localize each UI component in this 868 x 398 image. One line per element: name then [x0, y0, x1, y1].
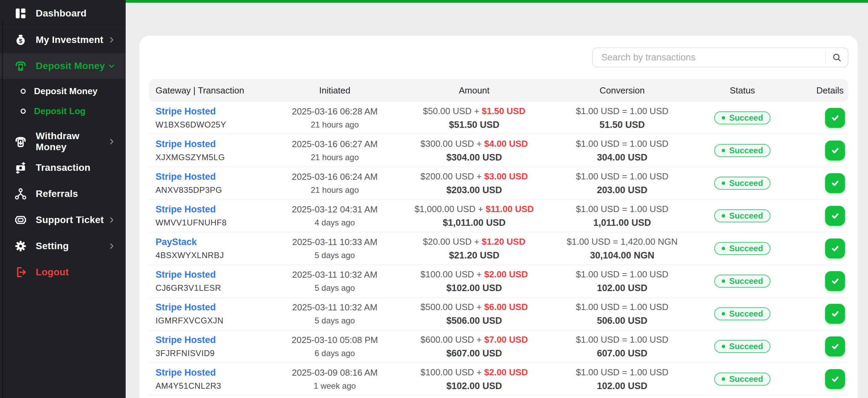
amount-fee: $3.00 USD: [484, 171, 528, 181]
check-icon: [830, 112, 841, 123]
conversion-rate: $1.00 USD = 1.00 USD: [576, 302, 669, 312]
status-label: Succeed: [729, 113, 763, 123]
sidebar-subitem-label: Deposit Money: [34, 86, 98, 97]
initiated-relative-time: 6 days ago: [315, 349, 355, 358]
sidebar-subitem-deposit-log[interactable]: Deposit Log: [0, 101, 126, 121]
sidebar: Dashboard $ My Investment Deposit Money: [0, 0, 126, 398]
conversion-total: 102.00 USD: [597, 381, 647, 391]
gateway-link[interactable]: Stripe Hosted: [156, 139, 216, 150]
sidebar-item-label: Transaction: [36, 162, 126, 173]
transaction-id: ANXV835DP3PG: [156, 185, 222, 195]
status-badge: Succeed: [714, 144, 771, 157]
amount-fee: $1.20 USD: [482, 236, 525, 247]
details-button[interactable]: [825, 271, 845, 291]
initiated-relative-time: 5 days ago: [315, 316, 355, 325]
sidebar-item-logout[interactable]: Logout: [0, 259, 126, 285]
status-badge: Succeed: [714, 177, 771, 190]
amount-line: $200.00 USD + $3.00 USD: [421, 171, 528, 182]
amount-fee: $7.00 USD: [484, 334, 528, 345]
bullet-icon: [21, 89, 26, 94]
initiated-date: 2025-03-16 06:27 AM: [292, 139, 378, 150]
table-row: PayStack 4BSXWYXLNRBJ 2025-03-11 10:33 A…: [149, 232, 848, 265]
gateway-link[interactable]: Stripe Hosted: [156, 172, 216, 182]
referrals-icon: [14, 187, 27, 201]
details-button[interactable]: [825, 141, 845, 161]
conversion-rate: $1.00 USD = 1.00 USD: [576, 139, 669, 149]
gateway-link[interactable]: Stripe Hosted: [156, 204, 216, 215]
amount-base: $100.00 USD +: [421, 269, 484, 279]
sidebar-item-referrals[interactable]: Referrals: [0, 181, 126, 207]
details-button[interactable]: [825, 336, 845, 356]
conversion-total: 51.50 USD: [599, 120, 645, 130]
chevron-right-icon: [108, 216, 115, 224]
status-dot-icon: [722, 345, 725, 348]
amount-base: $100.00 USD +: [421, 367, 484, 377]
conversion-total: 506.00 USD: [597, 316, 647, 326]
sidebar-subitem-label: Deposit Log: [34, 106, 85, 117]
sidebar-item-deposit-money[interactable]: Deposit Money: [0, 53, 126, 79]
amount-base: $20.00 USD +: [423, 236, 482, 247]
initiated-date: 2025-03-11 10:32 AM: [292, 269, 377, 280]
status-dot-icon: [722, 377, 725, 381]
chevron-right-icon: [108, 242, 115, 250]
sidebar-item-withdraw-money[interactable]: Withdraw Money: [0, 129, 126, 155]
conversion-rate: $1.00 USD = 1.00 USD: [576, 269, 669, 280]
column-header-status: Status: [704, 85, 781, 96]
gateway-link[interactable]: Stripe Hosted: [156, 106, 216, 117]
status-label: Succeed: [729, 276, 763, 286]
sidebar-item-my-investment[interactable]: $ My Investment: [0, 27, 126, 53]
table-row: Stripe Hosted 3FJRFNISVID9 2025-03-10 05…: [149, 330, 848, 363]
table-row: Stripe Hosted WMVV1UFNUHF8 2025-03-12 04…: [149, 200, 848, 232]
table-header: Gateway | Transaction Initiated Amount C…: [149, 79, 848, 102]
amount-line: $100.00 USD + $2.00 USD: [421, 269, 528, 280]
column-header-gateway: Gateway | Transaction: [149, 85, 262, 96]
details-button[interactable]: [825, 173, 845, 193]
sidebar-item-transaction[interactable]: Transaction: [0, 155, 126, 181]
sidebar-item-label: Support Ticket: [36, 214, 108, 225]
gateway-link[interactable]: Stripe Hosted: [156, 367, 216, 378]
column-header-details: Details: [781, 85, 848, 96]
status-label: Succeed: [729, 342, 763, 351]
search-icon: [832, 52, 842, 63]
sidebar-item-support-ticket[interactable]: Support Ticket: [0, 207, 126, 233]
amount-total: $203.00 USD: [446, 185, 502, 196]
check-icon: [830, 210, 841, 221]
status-badge: Succeed: [714, 307, 771, 320]
details-button[interactable]: [825, 239, 845, 258]
amount-total: $607.00 USD: [446, 348, 502, 359]
transaction-id: 3FJRFNISVID9: [156, 349, 215, 358]
initiated-relative-time: 5 days ago: [315, 283, 355, 293]
status-label: Succeed: [729, 211, 763, 221]
details-button[interactable]: [825, 206, 845, 226]
gateway-link[interactable]: Stripe Hosted: [156, 269, 216, 280]
sidebar-subitem-deposit-money[interactable]: Deposit Money: [0, 81, 126, 101]
amount-total: $102.00 USD: [446, 283, 502, 294]
details-button[interactable]: [825, 369, 845, 389]
conversion-total: 102.00 USD: [597, 283, 647, 294]
sidebar-scrollbar[interactable]: [2, 20, 3, 398]
gateway-link[interactable]: PayStack: [156, 237, 197, 247]
gateway-link[interactable]: Stripe Hosted: [156, 335, 216, 345]
gateway-link[interactable]: Stripe Hosted: [156, 302, 216, 313]
withdraw-icon: [14, 135, 27, 148]
search-button[interactable]: [826, 48, 848, 67]
sidebar-item-setting[interactable]: Setting: [0, 233, 126, 259]
table-row: Stripe Hosted CJ6GR3V1LESR 2025-03-11 10…: [149, 265, 848, 298]
details-button[interactable]: [825, 304, 845, 324]
amount-line: $600.00 USD + $7.00 USD: [421, 334, 528, 345]
sidebar-item-label: Logout: [36, 267, 126, 278]
amount-base: $500.00 USD +: [421, 302, 484, 312]
search-input[interactable]: [593, 48, 825, 67]
initiated-relative-time: 21 hours ago: [311, 185, 359, 195]
column-header-conversion: Conversion: [541, 85, 704, 96]
initiated-date: 2025-03-16 06:24 AM: [292, 172, 378, 182]
status-label: Succeed: [729, 374, 763, 384]
sidebar-item-dashboard[interactable]: Dashboard: [0, 0, 126, 27]
details-button[interactable]: [825, 108, 845, 128]
amount-line: $100.00 USD + $2.00 USD: [421, 367, 528, 378]
sidebar-item-label: Setting: [36, 241, 108, 252]
amount-line: $50.00 USD + $1.50 USD: [423, 106, 525, 117]
logout-icon: [14, 265, 27, 279]
search-row: [149, 47, 848, 67]
conversion-rate: $1.00 USD = 1,420.00 NGN: [567, 236, 677, 247]
